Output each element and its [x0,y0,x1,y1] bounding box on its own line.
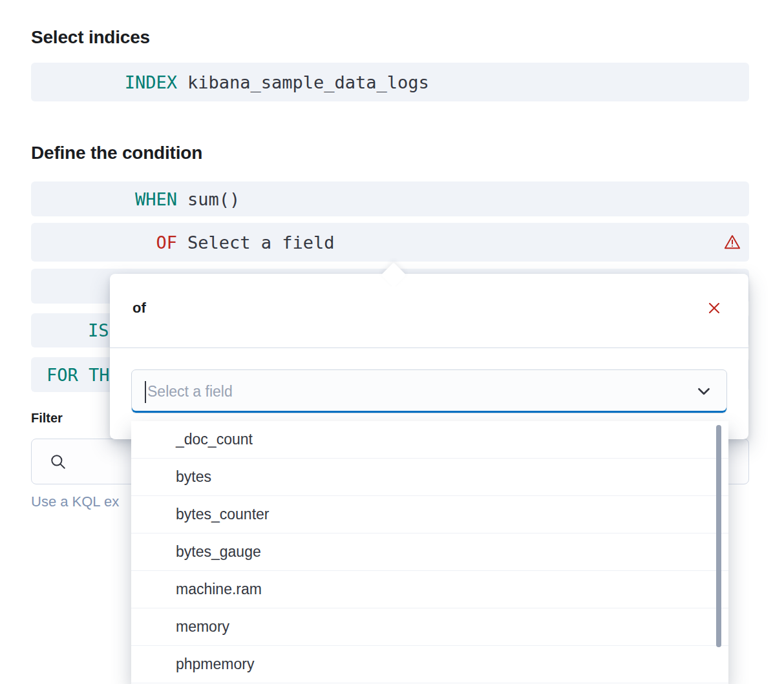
option-bytes-gauge[interactable]: bytes_gauge [131,534,728,571]
search-icon [50,453,67,470]
of-keyword: OF [31,233,177,253]
select-indices-heading: Select indices [31,27,150,48]
option-machine-ram[interactable]: machine.ram [131,571,728,608]
scrollbar-thumb[interactable] [716,425,721,647]
kql-hint-text: Use a KQL ex [31,493,119,510]
of-popover: of Select a field [110,274,748,439]
option-memory[interactable]: memory [131,608,728,646]
of-field-expression[interactable]: OF Select a field [31,223,749,262]
filter-label: Filter [31,411,63,426]
close-button[interactable] [702,296,726,320]
field-combobox[interactable]: Select a field [131,369,727,413]
threshold-keyword: IS [88,320,109,340]
of-value: Select a field [187,233,335,253]
option-doc-count[interactable]: _doc_count [131,421,728,459]
popover-arrow [381,262,407,288]
field-options-list: _doc_count bytes bytes_counter bytes_gau… [131,421,728,684]
define-condition-heading: Define the condition [31,143,202,163]
popover-title-divider [110,347,748,348]
chevron-down-icon[interactable] [695,383,712,400]
when-value: sum() [187,189,240,209]
option-bytes[interactable]: bytes [131,459,728,496]
aggregation-expression[interactable]: WHEN sum() [31,181,749,216]
index-value: kibana_sample_data_logs [187,72,429,92]
field-combobox-placeholder: Select a field [147,383,233,400]
text-caret [145,381,146,403]
alert-condition-form: Select indices INDEX kibana_sample_data_… [0,0,784,684]
close-icon [706,300,722,316]
popover-title: of [132,300,146,316]
option-bytes-counter[interactable]: bytes_counter [131,496,728,534]
when-keyword: WHEN [31,189,177,209]
option-phpmemory[interactable]: phpmemory [131,646,728,683]
index-keyword: INDEX [31,72,177,92]
index-expression[interactable]: INDEX kibana_sample_data_logs [31,63,749,101]
warning-triangle-icon [723,233,741,251]
time-window-keyword: FOR TH [47,365,110,385]
